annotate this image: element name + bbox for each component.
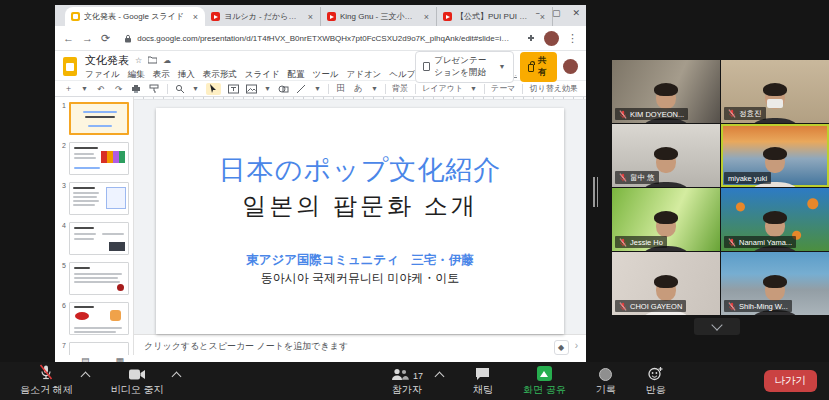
start-presentation-button[interactable]: プレゼンテーションを開始 ▼ (415, 51, 514, 83)
menu-slide[interactable]: スライド (245, 69, 280, 81)
layout-button[interactable]: レイアウト (422, 83, 463, 94)
menu-format[interactable]: 表示形式 (203, 69, 237, 81)
speaker-notes[interactable]: クリックするとスピーカー ノートを追加できます ◆ › (134, 334, 586, 355)
background-button[interactable]: 背景 (392, 83, 408, 94)
insert-table-button[interactable]: 田 (335, 83, 346, 95)
slide-thumbnail[interactable] (69, 342, 129, 355)
menu-arrange[interactable]: 配置 (288, 69, 305, 81)
menu-edit[interactable]: 編集 (128, 69, 145, 81)
insert-image-button[interactable] (246, 83, 257, 95)
text-format-caret-icon[interactable]: ▼ (371, 85, 378, 92)
undo-button[interactable]: ↶ (95, 83, 106, 95)
share-screen-button[interactable]: 화면 공유 (519, 365, 570, 397)
current-slide[interactable]: 日本のポップ文化紹介 일본의 팝문화 소개 東アジア国際コミュニティ 三宅・伊藤… (156, 108, 564, 334)
browser-menu-kebab-icon[interactable]: ⋮ (567, 33, 578, 44)
filmstrip-slide-2[interactable]: 2 (59, 142, 130, 175)
filmstrip-slide-5[interactable]: 5 (59, 262, 130, 295)
menu-tools[interactable]: ツール (313, 69, 339, 81)
panel-resize-handle[interactable] (593, 177, 600, 207)
leave-meeting-button[interactable]: 나가기 (764, 370, 818, 392)
move-folder-icon[interactable] (148, 56, 157, 64)
present-options-caret-icon[interactable]: ▼ (499, 63, 506, 70)
video-tile-choi-gayeon[interactable]: CHOI GAYEON (612, 252, 720, 315)
video-tile-miyake-yuki-active-speaker[interactable]: miyake yuki (721, 124, 829, 187)
audio-options-chevron-icon[interactable] (80, 372, 90, 382)
zoom-tool-caret-icon[interactable]: ▼ (192, 85, 199, 92)
unmute-button[interactable]: 음소거 해제 (16, 365, 77, 397)
filmstrip-slide-6[interactable]: 6 (59, 302, 130, 335)
extensions-puzzle-icon[interactable] (526, 33, 536, 43)
close-button[interactable]: ✕ (572, 8, 580, 18)
notes-expand-chevron-icon[interactable]: › (575, 340, 578, 351)
video-tile-jessie-ho[interactable]: Jessie Ho (612, 188, 720, 251)
back-icon[interactable]: ← (63, 33, 74, 44)
video-tile-jeong-hyojin[interactable]: 정효진 (721, 60, 829, 123)
tab-close-icon[interactable]: × (423, 12, 430, 22)
menu-file[interactable]: ファイル (85, 69, 120, 81)
filmstrip-slide-7[interactable]: 7 (59, 342, 130, 355)
stop-video-button[interactable]: 비디오 중지 (107, 365, 168, 397)
scroll-videos-down-button[interactable] (694, 318, 740, 335)
reload-icon[interactable]: ⟳ (101, 33, 110, 44)
select-tool-button[interactable] (206, 83, 221, 95)
browser-profile-avatar[interactable] (544, 31, 559, 46)
document-title[interactable]: 文化発表 (85, 53, 129, 68)
menu-help[interactable]: ヘルプ (389, 69, 415, 81)
slides-account-avatar[interactable] (563, 59, 578, 74)
paint-format-button[interactable] (149, 83, 160, 95)
video-tile-kim-doyeon[interactable]: KIM DOYEON... (612, 60, 720, 123)
tab-youtube-kinggnu[interactable]: King Gnu - 三文小説 - YouTube × (321, 7, 437, 26)
tab-close-icon[interactable]: × (307, 12, 314, 22)
record-button[interactable]: 기록 (592, 365, 620, 397)
participants-button[interactable]: 17 참가자 (387, 365, 427, 397)
slide-subtitle-korean[interactable]: 동아시아 국제커뮤니티 미야케・이토 (156, 270, 564, 287)
google-slides-logo[interactable] (63, 57, 77, 76)
insert-shape-button[interactable] (278, 83, 289, 95)
new-slide-caret-icon[interactable]: ▼ (81, 85, 88, 92)
insert-image-caret-icon[interactable]: ▼ (264, 85, 271, 92)
reactions-button[interactable]: 반응 (642, 365, 670, 397)
layout-caret-icon[interactable]: ▼ (470, 85, 477, 92)
video-tile-nanami-yama[interactable]: Nanami Yama... (721, 188, 829, 251)
filmstrip-slide-1[interactable]: 1 (59, 102, 130, 135)
new-slide-button[interactable]: ＋ (63, 83, 74, 95)
redo-button[interactable]: ↷ (113, 83, 124, 95)
filmstrip-slide-3[interactable]: 3 (59, 182, 130, 215)
slide-thumbnail[interactable] (69, 102, 129, 135)
slide-title-korean[interactable]: 일본의 팝문화 소개 (156, 190, 564, 222)
slide-thumbnail[interactable] (69, 262, 129, 295)
slide-thumbnail[interactable] (69, 302, 129, 335)
slide-thumbnail[interactable] (69, 142, 129, 175)
explore-button[interactable]: ◆ (554, 340, 569, 355)
minimize-button[interactable]: – (535, 8, 540, 18)
star-icon[interactable]: ☆ (135, 56, 142, 65)
slide-canvas[interactable]: 日本のポップ文化紹介 일본의 팝문화 소개 東アジア国際コミュニティ 三宅・伊藤… (134, 100, 586, 334)
forward-icon[interactable]: → (82, 33, 93, 44)
filmstrip-slide-4[interactable]: 4 (59, 222, 130, 255)
participants-chevron-icon[interactable] (434, 372, 444, 382)
slide-subtitle-japanese[interactable]: 東アジア国際コミュニティ 三宅・伊藤 (156, 252, 564, 269)
tab-slides[interactable]: 文化発表 - Google スライド × (65, 7, 205, 26)
menu-addons[interactable]: アドオン (347, 69, 382, 81)
transition-button[interactable]: 切り替え効果 (530, 83, 578, 94)
print-button[interactable] (131, 83, 142, 95)
slide-thumbnail[interactable] (69, 222, 129, 255)
slide-thumbnail[interactable] (69, 182, 129, 215)
text-format-button[interactable]: あ (353, 83, 364, 95)
text-box-button[interactable] (228, 83, 239, 95)
menu-insert[interactable]: 挿入 (178, 69, 195, 81)
video-tile-hatanaka[interactable]: 畠中 悠 (612, 124, 720, 187)
insert-line-button[interactable] (296, 83, 307, 95)
slide-title-japanese[interactable]: 日本のポップ文化紹介 (156, 108, 564, 188)
restore-button[interactable]: ▢ (552, 8, 561, 18)
share-button[interactable]: 共有 (520, 52, 558, 82)
tab-youtube-yorushika[interactable]: ヨルシカ - だから僕は音楽を辞めた × (205, 7, 321, 26)
theme-button[interactable]: テーマ (491, 83, 515, 94)
video-options-chevron-icon[interactable] (171, 372, 181, 382)
chat-button[interactable]: 채팅 (469, 365, 497, 397)
insert-line-caret-icon[interactable]: ▼ (314, 85, 321, 92)
menu-view[interactable]: 表示 (153, 69, 170, 81)
address-bar[interactable]: docs.google.com/presentation/d/1T4fHVX_B… (118, 32, 518, 45)
zoom-tool-button[interactable] (174, 83, 185, 95)
video-tile-shih-ming[interactable]: Shih-Ming W... (721, 252, 829, 315)
